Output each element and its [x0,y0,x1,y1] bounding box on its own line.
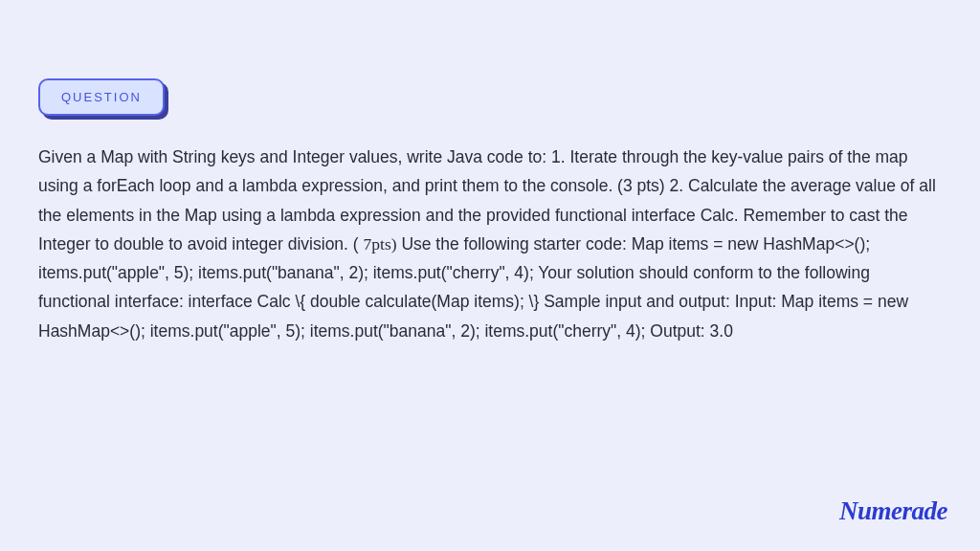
brand-logo: Numerade [839,496,947,526]
question-text: Given a Map with String keys and Integer… [38,143,942,345]
content-area: QUESTION Given a Map with String keys an… [0,0,980,345]
question-badge-wrapper: QUESTION [38,78,165,116]
question-serif: 7pts) [364,234,397,253]
brand-name: Numerade [839,496,947,525]
question-badge: QUESTION [38,78,165,116]
badge-label: QUESTION [61,90,142,104]
